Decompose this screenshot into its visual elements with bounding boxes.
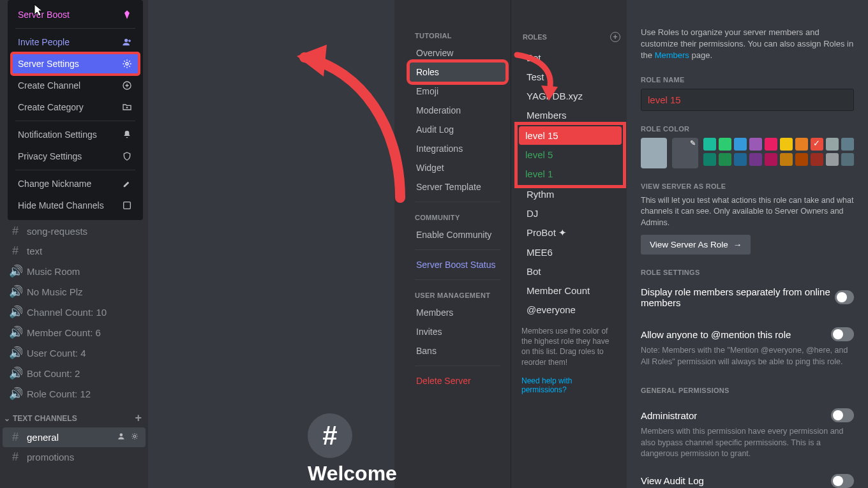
add-channel-icon[interactable]: +	[135, 411, 142, 425]
toggle-allow-mention[interactable]	[831, 327, 854, 341]
view-as-role-label: VIEW SERVER AS ROLE	[641, 182, 854, 190]
nav-roles[interactable]: Roles	[410, 63, 505, 82]
channel-item[interactable]: 🔊Role Count: 12	[3, 383, 146, 404]
ctx-invite-people[interactable]: Invite People	[11, 31, 139, 53]
ctx-notification-settings[interactable]: Notification Settings	[11, 124, 139, 145]
nav-delete-server[interactable]: Delete Server	[410, 371, 505, 390]
ctx-label: Invite People	[18, 37, 70, 47]
color-swatch[interactable]	[765, 138, 777, 151]
channel-item[interactable]: 🔊Bot Count: 2	[3, 363, 146, 383]
invite-icon[interactable]	[117, 432, 126, 443]
svg-point-0	[124, 39, 128, 42]
color-swatch[interactable]	[811, 153, 823, 166]
channel-item[interactable]: #promotions	[3, 447, 146, 467]
checkbox-empty-icon	[121, 200, 133, 211]
channel-item[interactable]: 🔊Music Room	[3, 261, 146, 281]
color-swatch[interactable]	[841, 153, 854, 166]
role-item[interactable]: Rythm	[520, 185, 620, 203]
role-item-everyone[interactable]: @everyone	[520, 300, 620, 319]
role-item-level1[interactable]: level 1	[519, 165, 622, 183]
nav-emoji[interactable]: Emoji	[410, 82, 505, 101]
role-item[interactable]: Bot	[520, 262, 620, 281]
role-item-level5[interactable]: level 5	[519, 145, 622, 164]
nav-moderation[interactable]: Moderation	[410, 101, 505, 120]
ctx-label: Change Nickname	[18, 179, 91, 189]
nav-members[interactable]: Members	[410, 303, 505, 322]
role-item[interactable]: ProBot ✦	[520, 223, 620, 242]
ctx-create-category[interactable]: Create Category	[11, 96, 139, 118]
ctx-server-settings[interactable]: Server Settings	[11, 53, 139, 75]
toggle-display-separately[interactable]	[835, 290, 854, 304]
nav-audit-log[interactable]: Audit Log	[410, 120, 505, 139]
nav-server-template[interactable]: Server Template	[410, 177, 505, 196]
welcome-hash-badge: #	[308, 413, 352, 458]
hash-icon: #	[9, 225, 22, 238]
color-swatch[interactable]	[780, 153, 793, 166]
default-color-swatch[interactable]	[641, 138, 667, 168]
role-item[interactable]: Test	[520, 68, 620, 86]
ctx-hide-muted[interactable]: Hide Muted Channels	[11, 195, 139, 216]
color-swatch[interactable]	[795, 138, 808, 151]
nav-enable-community[interactable]: Enable Community	[410, 225, 505, 244]
channel-item[interactable]: #song-requests	[3, 221, 146, 241]
role-item[interactable]: Bot	[520, 48, 620, 67]
toggle-administrator[interactable]	[831, 408, 854, 422]
nav-overview[interactable]: Overview	[410, 43, 505, 63]
role-item-level15[interactable]: level 15	[519, 126, 622, 145]
color-swatch[interactable]	[826, 153, 839, 166]
color-swatch[interactable]	[795, 153, 808, 166]
ctx-privacy-settings[interactable]: Privacy Settings	[11, 145, 139, 167]
color-swatch[interactable]	[734, 138, 747, 151]
color-swatch[interactable]	[719, 153, 731, 166]
members-link[interactable]: Members	[655, 50, 689, 60]
add-role-icon[interactable]: +	[610, 32, 620, 42]
ctx-change-nickname[interactable]: Change Nickname	[11, 173, 139, 195]
channel-item[interactable]: 🔊Channel Count: 10	[3, 302, 146, 322]
color-swatch[interactable]	[811, 138, 823, 151]
gear-icon[interactable]	[130, 432, 139, 443]
ctx-label: Server Boost	[18, 10, 70, 20]
role-item[interactable]: YAGPDB.xyz	[520, 87, 620, 105]
channel-item-general[interactable]: # general	[3, 427, 146, 447]
role-item[interactable]: Member Count	[520, 281, 620, 300]
color-palette	[703, 138, 854, 166]
color-swatch[interactable]	[734, 153, 747, 166]
color-swatch[interactable]	[780, 138, 793, 151]
color-swatch[interactable]	[765, 153, 777, 166]
channel-item[interactable]: #text	[3, 241, 146, 261]
view-server-as-role-button[interactable]: View Server As Role →	[641, 235, 751, 255]
nav-section-header: USER MANAGEMENT	[410, 285, 505, 303]
custom-color-swatch[interactable]: ✎	[672, 138, 698, 168]
nav-integrations[interactable]: Integrations	[410, 139, 505, 158]
nav-boost-status[interactable]: Server Boost Status	[410, 255, 505, 274]
color-swatch[interactable]	[841, 138, 854, 151]
ctx-server-boost[interactable]: Server Boost	[11, 4, 139, 26]
color-swatch[interactable]	[703, 153, 716, 166]
channel-item[interactable]: 🔊User Count: 4	[3, 343, 146, 363]
color-swatch[interactable]	[719, 138, 731, 151]
nav-bans[interactable]: Bans	[410, 341, 505, 360]
hash-icon: #	[322, 420, 337, 451]
toggle-view-audit-log[interactable]	[831, 474, 854, 488]
roles-help-link[interactable]: Need help with permissions?	[520, 374, 620, 397]
role-item[interactable]: DJ	[520, 204, 620, 223]
separator	[15, 170, 135, 170]
role-settings-panel: Use Roles to organize your server member…	[627, 0, 868, 488]
role-item[interactable]: Members	[520, 106, 620, 124]
channel-name: Channel Count: 10	[27, 307, 107, 318]
channel-item[interactable]: 🔊Member Count: 6	[3, 322, 146, 343]
color-swatch[interactable]	[749, 153, 762, 166]
channel-item[interactable]: 🔊No Music Plz	[3, 281, 146, 302]
role-name-input[interactable]	[641, 89, 854, 111]
ctx-label: Create Category	[18, 102, 84, 112]
category-header[interactable]: ⌄ TEXT CHANNELS +	[3, 404, 146, 427]
boost-gem-icon	[121, 9, 133, 20]
nav-invites[interactable]: Invites	[410, 322, 505, 341]
color-swatch[interactable]	[749, 138, 762, 151]
role-item[interactable]: MEE6	[520, 243, 620, 262]
color-swatch[interactable]	[826, 138, 839, 151]
svg-point-4	[120, 433, 123, 436]
ctx-create-channel[interactable]: Create Channel	[11, 75, 139, 96]
color-swatch[interactable]	[703, 138, 716, 151]
nav-widget[interactable]: Widget	[410, 158, 505, 177]
